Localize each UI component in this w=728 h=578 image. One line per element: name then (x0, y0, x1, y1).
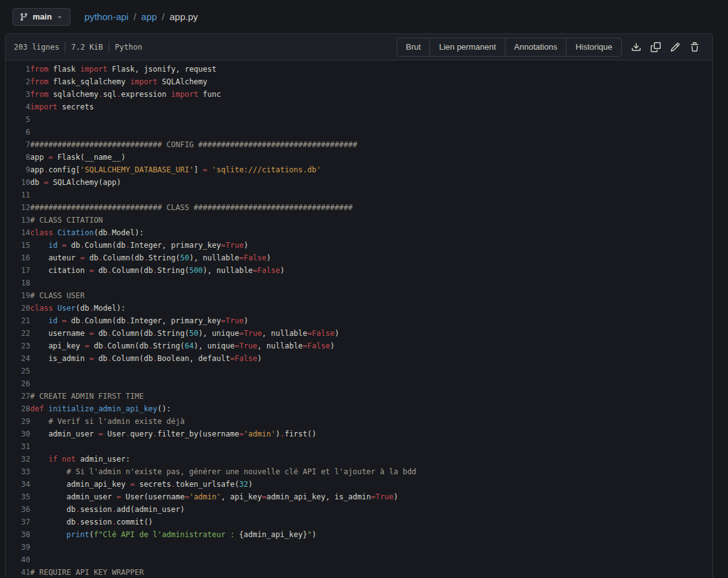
code-line: ############################# CLASS ####… (30, 201, 712, 214)
file-info-divider (109, 42, 109, 53)
code-line: app = Flask(__name__) (30, 151, 712, 164)
code-viewer: 1from flask import Flask, jsonify, reque… (6, 60, 712, 578)
line-number[interactable]: 13 (6, 214, 30, 226)
line-number[interactable]: 28 (6, 403, 30, 415)
code-line: from sqlalchemy.sql.expression import fu… (30, 88, 712, 101)
code-line (30, 189, 712, 201)
code-line-row: 26 (6, 377, 712, 390)
code-line: # CREATE ADMIN FIRST TIME (30, 390, 712, 403)
trash-icon[interactable] (690, 42, 700, 52)
line-number[interactable]: 34 (6, 478, 30, 491)
line-number[interactable]: 1 (6, 63, 30, 75)
pencil-icon[interactable] (670, 42, 680, 52)
breadcrumb-repo-link[interactable]: python-api (84, 11, 128, 22)
code-line-row: 20class User(db.Model): (6, 302, 712, 314)
code-line: # REQUIRE API KEY WRAPPER (30, 566, 712, 578)
line-number[interactable]: 11 (6, 189, 30, 201)
line-number[interactable]: 12 (6, 201, 30, 214)
line-number[interactable]: 25 (6, 365, 30, 377)
permalink-button[interactable]: Lien permanent (429, 38, 504, 56)
annotations-button[interactable]: Annotations (505, 38, 566, 56)
line-number[interactable]: 37 (6, 516, 30, 528)
code-line-row: 9app.config['SQLALCHEMY_DATABASE_URI'] =… (6, 164, 712, 176)
line-number[interactable]: 17 (6, 264, 30, 277)
code-line: if not admin_user: (30, 453, 712, 465)
line-number[interactable]: 18 (6, 277, 30, 289)
copy-icon[interactable] (651, 42, 661, 52)
line-number[interactable]: 24 (6, 352, 30, 365)
file-actions: Brut Lien permanent Annotations Historiq… (397, 38, 700, 57)
line-number[interactable]: 33 (6, 465, 30, 478)
code-line-row: 33 # Si l'admin n'existe pas, générer un… (6, 465, 712, 478)
line-number[interactable]: 3 (6, 88, 30, 101)
line-number[interactable]: 15 (6, 239, 30, 252)
line-number[interactable]: 30 (6, 428, 30, 440)
code-line-row: 10db = SQLAlchemy(app) (6, 176, 712, 189)
code-line: # Si l'admin n'existe pas, générer une n… (30, 465, 712, 478)
code-line-row: 15 id = db.Column(db.Integer, primary_ke… (6, 239, 712, 252)
code-line-row: 8app = Flask(__name__) (6, 151, 712, 164)
line-number[interactable]: 22 (6, 327, 30, 340)
line-number[interactable]: 8 (6, 151, 30, 164)
line-number[interactable]: 10 (6, 176, 30, 189)
raw-button[interactable]: Brut (397, 38, 430, 56)
line-number[interactable]: 19 (6, 289, 30, 302)
line-number[interactable]: 4 (6, 101, 30, 113)
line-number[interactable]: 31 (6, 440, 30, 453)
code-line: app.config['SQLALCHEMY_DATABASE_URI'] = … (30, 164, 712, 176)
code-line-row: 7############################# CONFIG ##… (6, 138, 712, 151)
line-number[interactable]: 5 (6, 113, 30, 126)
line-number[interactable]: 2 (6, 75, 30, 88)
line-number[interactable]: 27 (6, 390, 30, 403)
code-line: # CLASS CITATION (30, 214, 712, 226)
line-number[interactable]: 38 (6, 528, 30, 541)
download-icon[interactable] (631, 42, 641, 52)
branch-selector-button[interactable]: main (13, 8, 70, 26)
code-line: admin_user = User.query.filter_by(userna… (30, 428, 712, 440)
line-number[interactable]: 41 (6, 566, 30, 578)
code-line-row: 35 admin_user = User(username='admin', a… (6, 491, 712, 503)
code-line (30, 377, 712, 390)
line-number[interactable]: 7 (6, 138, 30, 151)
chevron-down-icon (56, 13, 63, 21)
history-button[interactable]: Historique (566, 38, 621, 56)
line-number[interactable]: 35 (6, 491, 30, 503)
code-line-row: 16 auteur = db.Column(db.String(50), nul… (6, 252, 712, 264)
line-number[interactable]: 23 (6, 340, 30, 352)
code-line: api_key = db.Column(db.String(64), uniqu… (30, 340, 712, 352)
code-line: admin_user = User(username='admin', api_… (30, 491, 712, 503)
line-number[interactable]: 32 (6, 453, 30, 465)
code-line (30, 277, 712, 289)
line-number[interactable]: 16 (6, 252, 30, 264)
line-number[interactable]: 39 (6, 541, 30, 553)
code-line (30, 365, 712, 377)
code-line-row: 21 id = db.Column(db.Integer, primary_ke… (6, 314, 712, 327)
code-table: 1from flask import Flask, jsonify, reque… (6, 63, 712, 578)
code-line: db.session.add(admin_user) (30, 503, 712, 516)
line-number[interactable]: 26 (6, 377, 30, 390)
breadcrumb-dir-link[interactable]: app (141, 11, 157, 22)
line-number[interactable]: 14 (6, 226, 30, 239)
line-number[interactable]: 6 (6, 126, 30, 138)
code-line-row: 29 # Verif si l'admin existe déjà (6, 415, 712, 428)
code-line-row: 12############################# CLASS ##… (6, 201, 712, 214)
file-header-bar: 203 lignes 7.2 KiB Python Brut Lien perm… (6, 34, 712, 60)
line-number[interactable]: 21 (6, 314, 30, 327)
line-number[interactable]: 36 (6, 503, 30, 516)
line-number[interactable]: 40 (6, 553, 30, 566)
file-view-panel: 203 lignes 7.2 KiB Python Brut Lien perm… (5, 33, 713, 578)
code-line: from flask import Flask, jsonify, reques… (30, 63, 712, 75)
file-navigation-bar: main python-api / app / app.py (0, 0, 728, 33)
code-line-row: 41# REQUIRE API KEY WRAPPER (6, 566, 712, 578)
code-line: id = db.Column(db.Integer, primary_key=T… (30, 239, 712, 252)
code-line: from flask_sqlalchemy import SQLAlchemy (30, 75, 712, 88)
line-number[interactable]: 29 (6, 415, 30, 428)
line-number[interactable]: 20 (6, 302, 30, 314)
code-line-row: 38 print(f"Clé API de l'administrateur :… (6, 528, 712, 541)
code-line-row: 40 (6, 553, 712, 566)
line-number[interactable]: 9 (6, 164, 30, 176)
code-line-row: 18 (6, 277, 712, 289)
code-line-row: 13# CLASS CITATION (6, 214, 712, 226)
code-line-row: 3from sqlalchemy.sql.expression import f… (6, 88, 712, 101)
code-line-row: 19# CLASS USER (6, 289, 712, 302)
